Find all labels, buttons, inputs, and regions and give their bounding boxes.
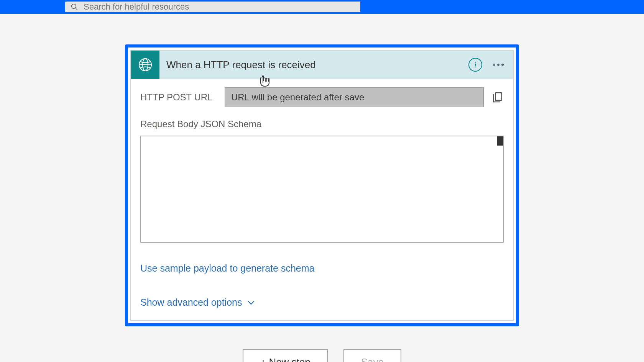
search-icon	[71, 3, 78, 11]
search-input[interactable]	[84, 2, 355, 12]
copy-icon[interactable]	[491, 91, 504, 103]
trigger-body: HTTP POST URL URL will be generated afte…	[131, 79, 513, 320]
new-step-button[interactable]: + New step	[243, 349, 328, 362]
svg-point-0	[72, 4, 76, 9]
info-icon[interactable]: i	[468, 58, 482, 72]
advanced-options-toggle[interactable]: Show advanced options	[140, 297, 504, 308]
trigger-card: When a HTTP request is received i HTTP P…	[125, 44, 519, 326]
top-bar	[0, 0, 644, 14]
http-post-url-label: HTTP POST URL	[140, 92, 217, 103]
http-globe-icon	[131, 51, 159, 79]
http-post-url-field: URL will be generated after save	[225, 87, 484, 107]
chevron-down-icon	[247, 300, 255, 305]
advanced-options-label: Show advanced options	[140, 297, 242, 308]
svg-rect-5	[496, 93, 502, 100]
trigger-header[interactable]: When a HTTP request is received i	[131, 51, 513, 79]
more-icon[interactable]	[493, 64, 504, 66]
actions-row: + New step Save	[243, 349, 401, 362]
schema-label: Request Body JSON Schema	[140, 119, 504, 129]
search-box[interactable]	[65, 2, 360, 12]
schema-input[interactable]	[140, 136, 504, 243]
textarea-scrollbar-handle[interactable]	[497, 136, 503, 146]
trigger-title: When a HTTP request is received	[159, 59, 468, 71]
svg-line-1	[76, 8, 77, 10]
sample-payload-link[interactable]: Use sample payload to generate schema	[140, 263, 314, 274]
save-button[interactable]: Save	[343, 349, 401, 362]
designer-canvas: When a HTTP request is received i HTTP P…	[0, 14, 644, 362]
